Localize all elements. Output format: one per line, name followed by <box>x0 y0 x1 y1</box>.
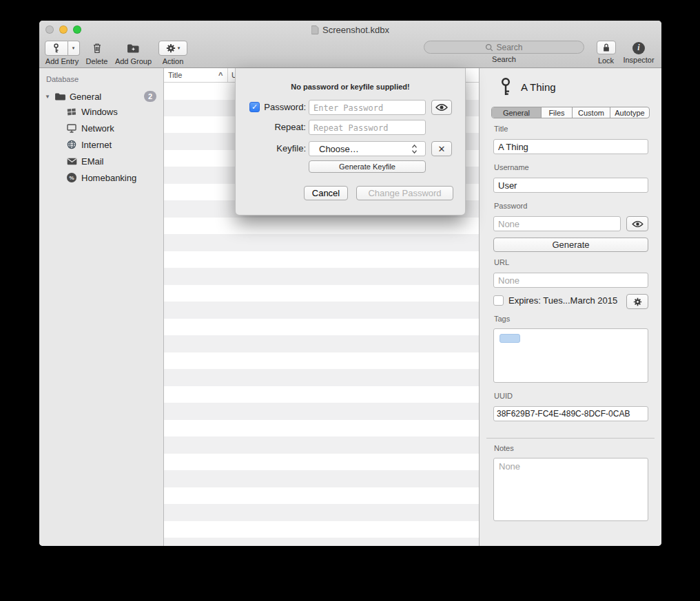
lock-icon <box>597 41 616 54</box>
show-password-button[interactable] <box>626 216 648 231</box>
coin-percent-icon: % <box>65 173 78 182</box>
key-icon <box>499 77 513 96</box>
trash-icon <box>85 41 109 56</box>
search-input[interactable]: Search <box>424 41 584 54</box>
document-icon <box>311 25 319 34</box>
sidebar-item-network[interactable]: Network <box>39 120 163 136</box>
repeat-input[interactable] <box>309 120 426 135</box>
tags-box[interactable] <box>493 328 648 383</box>
app-window: Screenshot.kdbx ▾ Add Entry <box>39 21 661 546</box>
sidebar-item-label: Windows <box>81 107 118 117</box>
lock-button[interactable]: Lock <box>595 41 617 65</box>
inspector-tabs: General Files Custom Autotype <box>491 107 650 118</box>
gear-icon <box>166 43 176 53</box>
column-divider[interactable] <box>227 68 228 82</box>
tags-label: Tags <box>494 315 510 323</box>
username-field[interactable] <box>493 178 648 193</box>
display-icon <box>65 124 78 133</box>
sidebar-item-label: Network <box>81 123 114 134</box>
sidebar-item-label: General <box>70 92 101 102</box>
column-header-title[interactable]: Title <box>168 71 182 79</box>
disclosure-triangle-icon[interactable]: ▼ <box>45 94 52 100</box>
tab-custom[interactable]: Custom <box>573 107 610 118</box>
tab-files[interactable]: Files <box>542 107 573 118</box>
search-label: Search <box>424 55 584 63</box>
sidebar-item-windows[interactable]: Windows <box>39 103 163 120</box>
url-field[interactable] <box>493 273 648 288</box>
globe-icon <box>65 140 78 149</box>
add-entry-button[interactable]: ▾ Add Entry <box>44 41 80 65</box>
add-group-button[interactable]: Add Group <box>113 41 154 65</box>
cancel-button[interactable]: Cancel <box>304 186 348 200</box>
info-icon: i <box>632 42 645 54</box>
clear-keyfile-button[interactable]: ✕ <box>431 141 452 156</box>
entry-count-badge: 2 <box>144 91 156 102</box>
action-label: Action <box>158 57 187 65</box>
password-field-label: Password <box>494 202 527 210</box>
show-password-button[interactable] <box>431 100 452 115</box>
delete-button[interactable]: Delete <box>85 41 109 65</box>
sidebar-item-label: EMail <box>81 156 104 167</box>
window-chrome: Screenshot.kdbx ▾ Add Entry <box>39 21 661 68</box>
keyfile-value: Choose… <box>313 144 411 154</box>
inspector-label: Inspector <box>619 56 659 64</box>
tab-general[interactable]: General <box>492 107 542 118</box>
sidebar-item-general[interactable]: ▼ General 2 <box>39 88 163 105</box>
sidebar-item-internet[interactable]: Internet <box>39 136 163 153</box>
add-entry-label: Add Entry <box>44 57 80 65</box>
add-entry-dropdown-icon[interactable]: ▾ <box>68 41 80 56</box>
expires-checkbox[interactable] <box>493 295 504 306</box>
windows-icon <box>65 107 78 116</box>
generate-password-button[interactable]: Generate <box>493 238 648 252</box>
lock-label: Lock <box>595 56 617 65</box>
envelope-icon <box>65 158 78 165</box>
url-field-label: URL <box>494 258 509 266</box>
sort-ascending-icon: ^ <box>218 71 223 79</box>
password-input[interactable] <box>309 100 426 115</box>
password-field[interactable] <box>493 216 621 231</box>
close-icon: ✕ <box>438 144 446 154</box>
zoom-button[interactable] <box>73 25 81 34</box>
window-title: Screenshot.kdbx <box>322 25 389 35</box>
inspector-button[interactable]: i Inspector <box>619 41 659 64</box>
sidebar-item-email[interactable]: EMail <box>39 153 163 169</box>
delete-label: Delete <box>85 57 109 65</box>
tab-autotype[interactable]: Autotype <box>610 107 649 118</box>
eye-icon <box>632 220 644 228</box>
minimize-button[interactable] <box>59 25 68 34</box>
toolbar: ▾ Add Entry Delete Add Group <box>39 39 661 68</box>
title-field-label: Title <box>494 125 508 133</box>
close-button[interactable] <box>45 25 54 34</box>
action-dropdown-icon: ▾ <box>178 45 181 51</box>
search-icon <box>485 43 493 52</box>
stepper-icon <box>411 144 418 154</box>
sidebar: Database ▼ General 2 Windows Network <box>39 68 164 546</box>
keyfile-label: Keyfile: <box>258 143 306 154</box>
entry-title: A Thing <box>521 81 556 93</box>
change-password-button[interactable]: Change Password <box>356 186 453 200</box>
generate-keyfile-button[interactable]: Generate Keyfile <box>309 160 426 173</box>
search-container: Search Search <box>424 41 584 63</box>
uuid-label: UUID <box>494 392 513 400</box>
sidebar-section-header: Database <box>46 75 79 83</box>
key-icon <box>45 41 68 56</box>
titlebar: Screenshot.kdbx <box>39 21 661 39</box>
sidebar-item-homebanking[interactable]: % Homebanking <box>39 169 163 186</box>
action-button[interactable]: ▾ Action <box>158 41 187 65</box>
repeat-label: Repeat: <box>258 122 306 132</box>
divider <box>486 438 655 439</box>
tag-pill[interactable] <box>500 334 520 343</box>
uuid-field[interactable] <box>493 406 648 421</box>
password-dialog: No password or keyfile supplied! ✓ Passw… <box>235 68 466 215</box>
sidebar-item-label: Internet <box>81 140 112 150</box>
password-label: Password: <box>258 102 306 112</box>
username-field-label: Username <box>494 163 529 171</box>
keyfile-popup[interactable]: Choose… <box>309 141 426 156</box>
expires-settings-button[interactable] <box>626 294 648 309</box>
traffic-lights <box>45 25 81 34</box>
search-placeholder: Search <box>496 43 522 52</box>
notes-field[interactable] <box>493 458 648 521</box>
add-group-label: Add Group <box>113 57 154 65</box>
title-field[interactable] <box>493 139 648 154</box>
gear-icon <box>633 297 642 306</box>
